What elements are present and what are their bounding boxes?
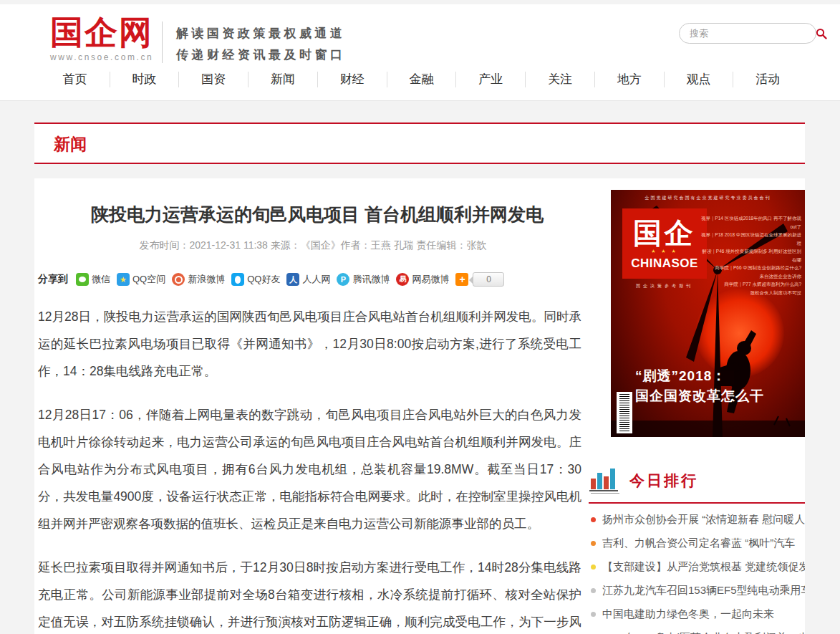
article-body: 12月28日，陕投电力运营承运的国网陕西旬邑风电项目庄合风电站首台机组顺利并网发… bbox=[38, 303, 581, 634]
wechat-icon bbox=[76, 273, 89, 286]
cover-headline: “剧透”2018： 国企国资改革怎么干 bbox=[635, 366, 796, 406]
ranking-title: 今日排行 bbox=[629, 471, 698, 494]
nav-item[interactable]: 地方 bbox=[594, 72, 664, 87]
ranking-item-text: 吉利、力帆合资公司定名睿蓝 “枫叶”汽车 bbox=[602, 537, 795, 550]
qq-icon bbox=[231, 273, 244, 286]
search-icon[interactable] bbox=[816, 28, 827, 39]
nav-item[interactable]: 产业 bbox=[455, 72, 525, 87]
ranking-item-text: 中国电建助力绿色冬奥，一起向未来 bbox=[602, 607, 774, 621]
site-logo-url: www.cnsoe.com.cn bbox=[50, 52, 153, 62]
share-count-badge[interactable]: 0 bbox=[473, 272, 504, 287]
weibo-icon bbox=[172, 273, 185, 286]
nav-item[interactable]: 首页 bbox=[41, 72, 110, 87]
share-item[interactable]: 网易微博 bbox=[396, 273, 449, 286]
nav-item[interactable]: 财经 bbox=[317, 72, 387, 87]
ranking-item[interactable]: 【支部建设】从严治党筑根基 党建统领促发 bbox=[591, 555, 805, 579]
share-item-label: QQ空间 bbox=[132, 273, 165, 286]
ranking-item[interactable]: 2021年IPO盘点|医药企业有未盈利闯关，也 bbox=[591, 626, 805, 634]
article: 陕投电力运营承运的旬邑风电项目 首台机组顺利并网发电 发布时间：2021-12-… bbox=[34, 178, 592, 634]
rank-bullet-icon bbox=[591, 588, 596, 593]
section-band: 新闻 bbox=[34, 123, 805, 164]
share-item-label: QQ好友 bbox=[247, 273, 280, 286]
ranking-item[interactable]: 吉利、力帆合资公司定名睿蓝 “枫叶”汽车 bbox=[591, 532, 805, 555]
rank-bullet-icon bbox=[591, 541, 596, 546]
share-item-label: 微信 bbox=[92, 273, 110, 286]
share-item[interactable]: QQ空间 bbox=[117, 273, 165, 286]
bar-chart-icon bbox=[589, 468, 619, 494]
ranking-item-text: 江苏九龙汽车召回153辆EF5型纯电动乘用车 bbox=[602, 584, 805, 597]
site-logo[interactable]: 国企网 www.cnsoe.com.cn bbox=[50, 14, 153, 62]
nav-item[interactable]: 金融 bbox=[387, 72, 456, 87]
article-paragraph: 延长巴拉素项目取得并网通知书后，于12月30日8时按启动方案进行受电工作，14时… bbox=[38, 554, 581, 634]
cover-toc-line: 解读｜P46 境外投资新规限制多 利用好这些区别在哪 bbox=[701, 247, 801, 264]
qzone-icon bbox=[117, 273, 130, 286]
search-box[interactable] bbox=[679, 23, 816, 44]
share-item[interactable]: QQ好友 bbox=[231, 273, 280, 286]
share-item-label: 网易微博 bbox=[412, 273, 449, 286]
cover-toc-line: 视界｜P18 2018 中国区块链迈在全球发展的新进程 bbox=[701, 231, 801, 247]
nav-item[interactable]: 新闻 bbox=[248, 72, 317, 87]
tagline-line1: 解读国资政策最权威通道 bbox=[176, 23, 346, 44]
cover-logo: 国企 ★ ★ ★ CHINASOE bbox=[622, 208, 707, 279]
share-label: 分享到 bbox=[38, 273, 68, 286]
article-paragraph: 12月28日，陕投电力运营承运的国网陕西旬邑风电项目庄合风电站首台机组顺利并网发… bbox=[38, 303, 581, 385]
share-item-label: 新浪微博 bbox=[188, 273, 225, 286]
cover-logo-cn: 国企 bbox=[633, 217, 696, 249]
rank-bullet-icon bbox=[591, 565, 596, 570]
share-item[interactable]: 人人网 bbox=[286, 273, 330, 286]
cover-toc-line: 商学院｜P66 中国制造业创新路径是什么? bbox=[701, 264, 801, 272]
more-share-icon[interactable]: + bbox=[455, 273, 468, 286]
share-list: 微信 QQ空间 新浪微博 QQ好友 人人网 bbox=[76, 273, 455, 286]
nav-item[interactable]: 观点 bbox=[664, 72, 733, 87]
cover-toc-line: 视界｜P14 区块链成2018年的风口 再不了解你就out了 bbox=[701, 214, 801, 231]
tqq-icon bbox=[337, 273, 349, 286]
nav-item[interactable]: 时政 bbox=[110, 72, 179, 87]
share-item[interactable]: 腾讯微博 bbox=[337, 273, 390, 286]
article-meta: 发布时间：2021-12-31 11:38 来源：《国企》作者：王燕 孔瑞 责任… bbox=[34, 239, 592, 252]
ranking-item-text: 扬州市众创协会开展 “浓情迎新春 慰问暖人 bbox=[602, 513, 805, 527]
ranking-item-text: 【支部建设】从严治党筑根基 党建统领促发 bbox=[602, 560, 805, 574]
section-title: 新闻 bbox=[54, 133, 805, 155]
share-item[interactable]: 新浪微博 bbox=[172, 273, 225, 286]
share-item[interactable]: 微信 bbox=[76, 273, 110, 286]
cover-headline-line2: 国企国资改革怎么干 bbox=[635, 386, 796, 406]
header-divider bbox=[162, 21, 163, 63]
content-box: 陕投电力运营承运的旬邑风电项目 首台机组顺利并网发电 发布时间：2021-12-… bbox=[34, 178, 805, 634]
ranking-item-text: 2021年IPO盘点|医药企业有未盈利闯关，也 bbox=[602, 631, 805, 634]
rank-bullet-icon bbox=[591, 517, 596, 522]
nav-item[interactable]: 国资 bbox=[178, 72, 248, 87]
site-header: 国企网 www.cnsoe.com.cn 解读国资政策最权威通道 传递财经资讯最… bbox=[0, 4, 840, 101]
cover-toc-line: 来自这些企业告诉你 bbox=[701, 272, 801, 281]
nav-item[interactable]: 关注 bbox=[525, 72, 594, 87]
article-title: 陕投电力运营承运的旬邑风电项目 首台机组顺利并网发电 bbox=[53, 203, 581, 226]
netease-icon bbox=[396, 273, 409, 286]
cover-toc-line: 股权合伙人制度功不可没 bbox=[701, 289, 801, 297]
article-paragraph: 12月28日17：06，伴随着上网电量表的数字跳动，旬邑风电项目庄合风电站外巨大… bbox=[38, 401, 581, 537]
cover-logo-subtitle: 国企决策参考期刊 bbox=[622, 283, 707, 289]
rank-bullet-icon bbox=[591, 612, 596, 617]
sidebar: 全国党建研究会国有企业党建研究专业委员会会刊 国企 ★ ★ ★ bbox=[587, 178, 805, 634]
ranking-item[interactable]: 江苏九龙汽车召回153辆EF5型纯电动乘用车 bbox=[591, 579, 805, 602]
nav-item[interactable]: 活动 bbox=[733, 72, 802, 87]
search-input[interactable] bbox=[690, 28, 816, 39]
magazine-cover[interactable]: 全国党建研究会国有企业党建研究专业委员会会刊 国企 ★ ★ ★ bbox=[611, 190, 805, 437]
site-logo-text: 国企网 bbox=[50, 14, 153, 50]
site-tagline: 解读国资政策最权威通道 传递财经资讯最及时窗口 bbox=[176, 23, 346, 66]
main-nav: 首页时政国资新闻财经金融产业关注地方观点活动 bbox=[41, 72, 802, 87]
cover-headline-line1: “剧透”2018： bbox=[635, 366, 796, 386]
cover-toc-line: 商学院｜P77 永辉超市盈利为什么高? bbox=[701, 280, 801, 289]
cover-logo-stars-icon: ★ ★ ★ bbox=[651, 249, 678, 254]
ranking-rule bbox=[589, 502, 805, 504]
renren-icon bbox=[286, 273, 299, 286]
ranking-item[interactable]: 扬州市众创协会开展 “浓情迎新春 慰问暖人 bbox=[591, 508, 805, 532]
share-row: 分享到 微信 QQ空间 新浪微博 QQ好友 bbox=[38, 272, 592, 287]
barcode bbox=[617, 392, 632, 433]
share-item-label: 腾讯微博 bbox=[352, 273, 390, 286]
tagline-line2: 传递财经资讯最及时窗口 bbox=[176, 44, 346, 66]
ranking-item[interactable]: 中国电建助力绿色冬奥，一起向未来 bbox=[591, 602, 805, 626]
cover-toc: 视界｜P14 区块链成2018年的风口 再不了解你就out了视界｜P18 201… bbox=[701, 214, 801, 297]
cover-logo-en: CHINASOE bbox=[631, 256, 698, 271]
ranking-header: 今日排行 bbox=[589, 468, 698, 494]
share-item-label: 人人网 bbox=[302, 273, 330, 286]
ranking-list: 扬州市众创协会开展 “浓情迎新春 慰问暖人 吉利、力帆合资公司定名睿蓝 “枫叶”… bbox=[591, 508, 805, 634]
